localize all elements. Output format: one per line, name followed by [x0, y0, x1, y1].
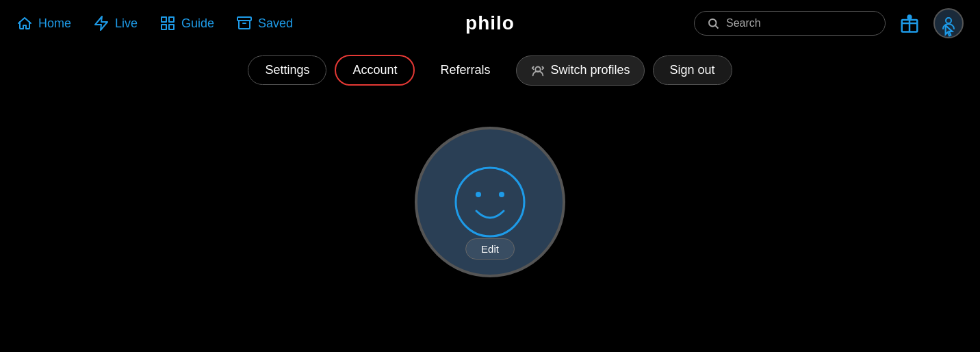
svg-point-11 — [476, 192, 481, 197]
svg-point-5 — [709, 19, 717, 27]
profile-button[interactable] — [933, 8, 964, 38]
nav-home[interactable]: Home — [16, 15, 71, 32]
sign-out-button[interactable]: Sign out — [653, 55, 732, 85]
switch-profiles-label: Switch profiles — [551, 63, 630, 77]
logo: philo — [465, 12, 515, 34]
main-content: Edit — [0, 99, 980, 277]
account-button[interactable]: Account — [335, 55, 415, 86]
archive-icon — [236, 15, 253, 32]
home-icon — [16, 15, 33, 32]
svg-point-12 — [499, 192, 504, 197]
nav-guide[interactable]: Guide — [159, 15, 214, 32]
nav-left: Home Live Guide Saved — [16, 15, 293, 32]
svg-rect-3 — [169, 25, 174, 29]
nav-saved-label: Saved — [258, 16, 293, 31]
switch-profiles-button[interactable]: Switch profiles — [516, 55, 645, 86]
lightning-icon — [93, 15, 109, 32]
nav-live-label: Live — [115, 16, 138, 31]
nav-guide-label: Guide — [181, 16, 214, 31]
svg-rect-0 — [162, 17, 166, 22]
gift-icon[interactable] — [899, 13, 920, 34]
svg-rect-2 — [162, 25, 166, 29]
menu-bar: Settings Account Referrals Switch profil… — [0, 47, 980, 99]
cursor-icon — [940, 25, 957, 41]
avatar-container[interactable]: Edit — [415, 127, 565, 277]
nav-saved[interactable]: Saved — [236, 15, 293, 32]
edit-badge[interactable]: Edit — [465, 238, 515, 260]
navigation: Home Live Guide Saved philo — [0, 0, 980, 47]
grid-icon — [159, 15, 176, 32]
settings-button[interactable]: Settings — [248, 55, 326, 85]
nav-live[interactable]: Live — [93, 15, 138, 32]
nav-right: Search — [694, 8, 964, 38]
svg-line-6 — [715, 25, 718, 28]
search-placeholder: Search — [726, 17, 761, 29]
nav-home-label: Home — [38, 16, 71, 31]
svg-point-10 — [456, 168, 524, 236]
avatar-face — [452, 164, 528, 240]
search-icon — [707, 17, 719, 29]
search-bar[interactable]: Search — [694, 11, 886, 36]
svg-rect-1 — [169, 17, 174, 22]
svg-rect-4 — [237, 17, 251, 21]
referrals-button[interactable]: Referrals — [423, 55, 507, 85]
switch-profiles-icon — [530, 63, 545, 78]
svg-point-8 — [946, 18, 951, 23]
